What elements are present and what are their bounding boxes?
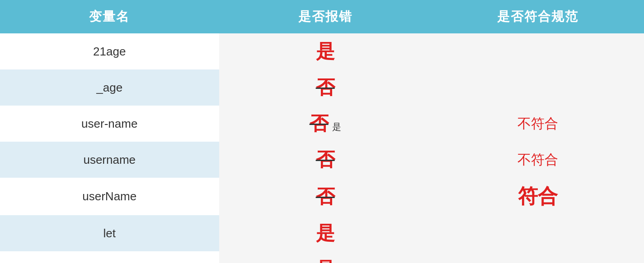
variable-cell: na@me <box>0 251 219 263</box>
compliance-cell: 不符合 <box>432 142 644 178</box>
table-row: 21age是 <box>0 33 644 69</box>
error-cell: 否 <box>219 69 432 106</box>
error-cell: 是 <box>219 33 432 69</box>
variable-cell: user-name <box>0 106 219 142</box>
compliance-cell <box>432 215 644 251</box>
error-value: 否 <box>310 113 329 134</box>
header-compliance: 是否符合规范 <box>432 0 644 33</box>
table-row: _age否 <box>0 69 644 106</box>
table-row: na@me是 <box>0 251 644 263</box>
error-cell: 是 <box>219 215 432 251</box>
compliance-value: 符合 <box>518 185 558 207</box>
error-value: 否 <box>316 149 335 170</box>
error-cell: 否 <box>219 142 432 178</box>
error-value: 否 <box>316 186 335 207</box>
error-value: 否 <box>316 77 335 98</box>
header-variable: 变量名 <box>0 0 219 33</box>
error-value: 是 <box>316 222 335 244</box>
compliance-cell <box>432 33 644 69</box>
main-container: 变量名 是否报错 是否符合规范 21age是_age否user-name否是不符… <box>0 0 644 263</box>
compliance-value: 不符合 <box>517 152 558 167</box>
header-error: 是否报错 <box>219 0 432 33</box>
error-cell: 否 <box>219 178 432 215</box>
table-row: userName否符合 <box>0 178 644 215</box>
error-cell: 否是 <box>219 106 432 142</box>
variable-cell: let <box>0 215 219 251</box>
compliance-cell: 不符合 <box>432 106 644 142</box>
variable-cell: 21age <box>0 33 219 69</box>
compliance-value: 不符合 <box>517 116 558 131</box>
error-value: 是 <box>316 258 335 263</box>
compliance-cell <box>432 251 644 263</box>
data-table: 变量名 是否报错 是否符合规范 21age是_age否user-name否是不符… <box>0 0 644 263</box>
table-row: username否不符合 <box>0 142 644 178</box>
variable-cell: _age <box>0 69 219 106</box>
error-value: 是 <box>316 41 335 62</box>
error-cell: 是 <box>219 251 432 263</box>
variable-cell: username <box>0 142 219 178</box>
compliance-cell: 符合 <box>432 178 644 215</box>
error-annotation: 是 <box>332 122 341 132</box>
table-row: let是 <box>0 215 644 251</box>
variable-cell: userName <box>0 178 219 215</box>
table-row: user-name否是不符合 <box>0 106 644 142</box>
compliance-cell <box>432 69 644 106</box>
